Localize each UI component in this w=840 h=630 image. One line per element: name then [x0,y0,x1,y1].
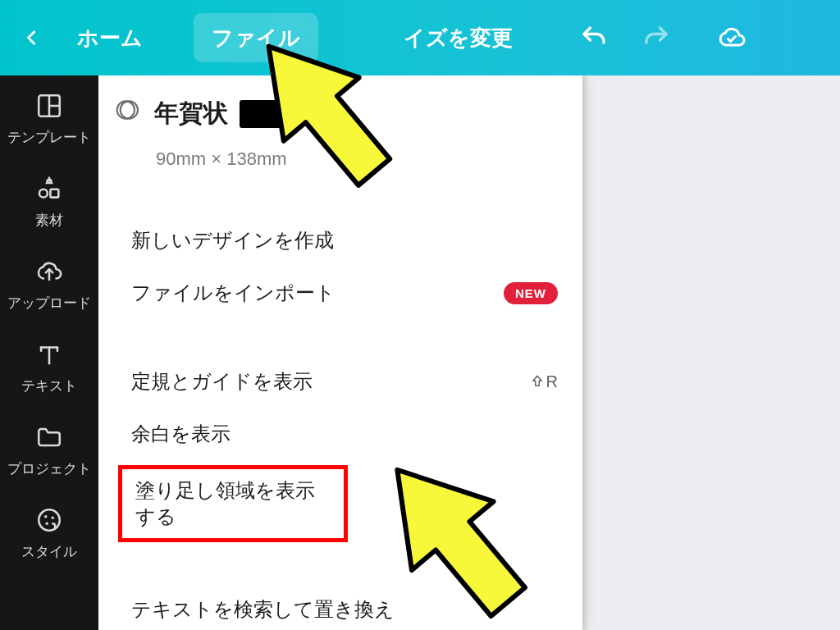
shift-icon [530,374,545,389]
menu-item-show-margins[interactable]: 余白を表示 [107,408,582,460]
svg-point-12 [52,516,54,518]
template-icon [35,92,63,120]
elements-icon [35,175,63,203]
back-button[interactable] [15,13,54,62]
sidebar-item-label: テンプレート [7,128,91,147]
svg-point-13 [45,523,48,525]
sidebar-item-styles[interactable]: スタイル [0,506,98,561]
menu-item-label: ファイルをインポート [131,281,336,304]
redo-icon [641,23,671,52]
home-button[interactable]: ホーム [59,13,161,62]
document-title: 年賀状 [154,97,228,130]
cloud-status-icon [113,95,143,125]
main-area: テンプレート 素材 アップロード テキスト プロジェクト [0,75,840,630]
menu-item-show-rulers[interactable]: 定規とガイドを表示 R [107,355,582,408]
menu-item-label: テキストを検索して置き換え [131,598,395,620]
menu-item-import-file[interactable]: ファイルをインポート NEW [107,267,582,319]
cloud-check-icon [717,23,746,52]
file-button[interactable]: ファイル [194,13,318,62]
sidebar-item-label: アップロード [7,294,91,313]
panel-header: 年賀状 [98,75,582,134]
upload-icon [35,258,63,285]
file-menu-panel: 年賀状 90mm × 138mm 新しいデザインを作成 ファイルをインポート N… [98,75,582,630]
palette-icon [35,506,63,534]
sidebar-item-upload[interactable]: アップロード [0,258,98,313]
chevron-left-icon [23,29,41,47]
resize-button[interactable]: イズを変更 [386,13,531,62]
sidebar-item-label: 素材 [35,211,63,230]
sidebar-item-text[interactable]: テキスト [0,340,98,395]
resize-label: イズを変更 [404,24,513,52]
menu-item-label: 新しいデザインを作成 [131,229,334,251]
new-badge: NEW [504,282,558,304]
svg-rect-4 [50,189,58,198]
sidebar-item-label: プロジェクト [7,459,91,478]
menu-item-label: 定規とガイドを表示 [131,370,313,392]
menu-item-find-replace[interactable]: テキストを検索して置き換え [107,583,582,630]
menu-item-label: 余白を表示 [131,422,231,445]
sidebar-item-templates[interactable]: テンプレート [0,92,98,147]
sidebar-item-projects[interactable]: プロジェクト [0,423,98,478]
keyboard-shortcut: R [530,372,558,391]
svg-point-10 [39,509,60,531]
text-icon [35,340,63,368]
left-sidebar: テンプレート 素材 アップロード テキスト プロジェクト [0,75,98,630]
top-bar: ホーム ファイル イズを変更 [0,0,840,75]
redo-button[interactable] [628,13,685,62]
svg-point-3 [39,189,48,198]
menu-item-label: 塗り足し領域を表示する [135,479,315,527]
menu-item-create-design[interactable]: 新しいデザインを作成 [107,214,582,267]
undo-button[interactable] [565,13,623,62]
sidebar-item-label: テキスト [21,377,77,395]
undo-icon [579,23,609,52]
sidebar-item-label: スタイル [21,542,77,561]
cloud-sync-button[interactable] [703,13,760,62]
file-label: ファイル [212,24,300,52]
pencil-icon[interactable] [310,103,331,125]
sidebar-item-elements[interactable]: 素材 [0,175,98,230]
menu-item-show-bleed[interactable]: 塗り足し領域を表示する [118,465,348,542]
svg-point-11 [44,515,47,518]
document-dimensions: 90mm × 138mm [156,148,582,170]
folder-icon [35,423,63,451]
home-label: ホーム [77,24,143,52]
redacted-block [240,100,299,128]
